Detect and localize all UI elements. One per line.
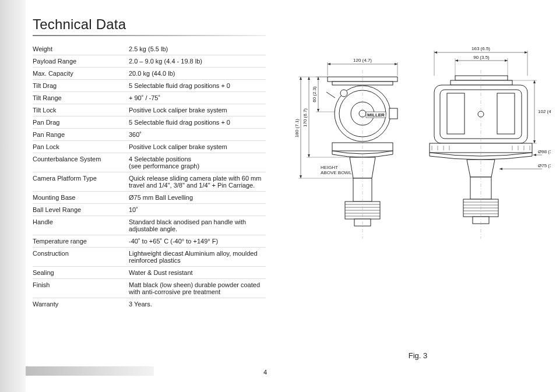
dim-height-bowl-plate-right: 102 (4.0)	[538, 109, 551, 114]
spec-value: 2.5 kg (5.5 lb)	[129, 43, 266, 55]
svg-rect-47	[455, 76, 508, 80]
spec-row: Pan Range360˚	[33, 129, 266, 141]
spec-value: 360˚	[129, 129, 266, 141]
spec-value: Lightweight diecast Aluminium alloy, mou…	[129, 248, 266, 267]
spec-label: Handle	[33, 216, 129, 235]
dim-head-height-left: 60 (2.3)	[312, 86, 317, 103]
spec-value: 5 Selectable fluid drag positions + 0	[129, 80, 266, 92]
svg-marker-24	[317, 77, 319, 80]
svg-rect-63	[470, 177, 491, 199]
dim-width-plate-right: 90 (3.5)	[473, 55, 490, 60]
technical-drawing: 120 (4.7) MILLER	[286, 47, 551, 291]
spec-row: Warranty3 Years.	[33, 298, 266, 310]
spec-row: Temperature range-40˚ to +65˚ C (-40° to…	[33, 235, 266, 248]
spec-value: -40˚ to +65˚ C (-40° to +149° F)	[129, 235, 266, 248]
spec-value: 4 Selectable positions (see performance …	[129, 153, 266, 172]
figure-caption: Fig. 3	[409, 351, 428, 360]
spec-label: Pan Drag	[33, 116, 129, 129]
spec-label: Temperature range	[33, 235, 129, 248]
spec-value: Positive Lock caliper brake system	[129, 141, 266, 153]
spec-row: HandleStandard black anodised pan handle…	[33, 216, 266, 235]
page-number: 4	[263, 369, 267, 376]
spec-row: SealingWater & Dust resistant	[33, 267, 266, 279]
spec-label: Ball Level Range	[33, 204, 129, 216]
spec-label: Sealing	[33, 267, 129, 279]
spec-row: Ball Level Range10˚	[33, 204, 266, 216]
svg-marker-25	[317, 109, 319, 112]
spec-value: 10˚	[129, 204, 266, 216]
spec-value: Standard black anodised pan handle with …	[129, 216, 266, 235]
spec-row: Pan LockPositive Lock caliper brake syst…	[33, 141, 266, 153]
spec-label: Construction	[33, 248, 129, 267]
spec-label: Warranty	[33, 298, 129, 310]
spec-label: Tilt Drag	[33, 80, 129, 92]
svg-line-14	[326, 92, 335, 98]
dim-width-top-left: 120 (4.7)	[353, 58, 372, 63]
spec-label: Pan Range	[33, 129, 129, 141]
svg-marker-79	[499, 168, 502, 170]
dim-height-inner-left: 170 (6.7)	[302, 108, 308, 127]
spec-value: Positive Lock caliper brake system	[129, 104, 266, 116]
spec-label: Payload Range	[33, 55, 129, 68]
spec-row: Mounting BaseØ75 mm Ball Levelling	[33, 192, 266, 204]
spec-row: Max. Capacity20.0 kg (44.0 lb)	[33, 68, 266, 80]
spec-label: Tilt Range	[33, 92, 129, 104]
spec-row: FinishMatt black (low sheen) durable pow…	[33, 279, 266, 298]
svg-marker-33	[300, 77, 302, 80]
svg-rect-51	[447, 93, 464, 134]
spec-row: Camera Platform TypeQuick release slidin…	[33, 172, 266, 192]
svg-rect-12	[389, 108, 397, 119]
spec-row: Counterbalance System4 Selectable positi…	[33, 153, 266, 172]
footer-accent-bar	[26, 366, 154, 376]
title-underline	[33, 35, 266, 36]
svg-marker-29	[308, 77, 310, 80]
spec-row: Tilt Range+ 90˚ / -75˚	[33, 92, 266, 104]
spec-value: + 90˚ / -75˚	[129, 92, 266, 104]
spec-label: Weight	[33, 43, 129, 55]
svg-marker-77	[533, 154, 536, 156]
svg-marker-45	[455, 59, 458, 62]
spec-row: Tilt LockPositive Lock caliper brake sys…	[33, 104, 266, 116]
spec-row: Payload Range2.0 – 9.0 kg (4.4 - 19.8 lb…	[33, 55, 266, 68]
spec-value: Water & Dust resistant	[129, 267, 266, 279]
spec-value: 2.0 – 9.0 kg (4.4 - 19.8 lb)	[129, 55, 266, 68]
spec-label: Pan Lock	[33, 141, 129, 153]
spec-value: Matt black (low sheen) durable powder co…	[129, 279, 266, 298]
dim-diameter-base-right: Ø98 (3.9)	[538, 149, 551, 154]
svg-marker-30	[308, 154, 310, 157]
brand-label: MILLER	[367, 112, 385, 118]
svg-marker-40	[434, 51, 437, 54]
spec-label: Mounting Base	[33, 192, 129, 204]
svg-marker-73	[533, 140, 536, 143]
svg-marker-34	[300, 175, 302, 178]
spec-label: Camera Platform Type	[33, 172, 129, 192]
page-title: Technical Data	[33, 16, 266, 33]
dim-height-full-left: 180 (7.1)	[294, 119, 300, 137]
spec-value: 3 Years.	[129, 298, 266, 310]
spec-value: Quick release sliding camera plate with …	[129, 172, 266, 192]
dim-width-top-right: 163 (6.5)	[471, 47, 490, 51]
dim-diameter-bowl-right: Ø75 (3.0)	[538, 163, 551, 168]
spec-table: Weight2.5 kg (5.5 lb)Payload Range2.0 – …	[33, 43, 266, 310]
spec-row: Weight2.5 kg (5.5 lb)	[33, 43, 266, 55]
spec-label: Tilt Lock	[33, 104, 129, 116]
spec-label: Finish	[33, 279, 129, 298]
svg-marker-4	[395, 63, 397, 65]
svg-point-13	[340, 90, 347, 97]
svg-rect-48	[451, 80, 512, 85]
spec-row: Tilt Drag5 Selectable fluid drag positio…	[33, 80, 266, 92]
svg-marker-41	[525, 51, 527, 54]
spec-label: Max. Capacity	[33, 68, 129, 80]
height-label-line1: HEIGHT	[321, 165, 338, 170]
svg-marker-3	[328, 63, 330, 65]
spec-row: Pan Drag5 Selectable fluid drag position…	[33, 116, 266, 129]
spec-label: Counterbalance System	[33, 153, 129, 172]
svg-marker-46	[505, 59, 508, 62]
svg-rect-52	[497, 93, 515, 134]
svg-marker-72	[533, 80, 536, 83]
spec-value: 20.0 kg (44.0 lb)	[129, 68, 266, 80]
spec-row: ConstructionLightweight diecast Aluminiu…	[33, 248, 266, 267]
spec-value: 5 Selectable fluid drag positions + 0	[129, 116, 266, 129]
spec-value: Ø75 mm Ball Levelling	[129, 192, 266, 204]
height-label-line2: ABOVE BOWL	[321, 170, 352, 175]
